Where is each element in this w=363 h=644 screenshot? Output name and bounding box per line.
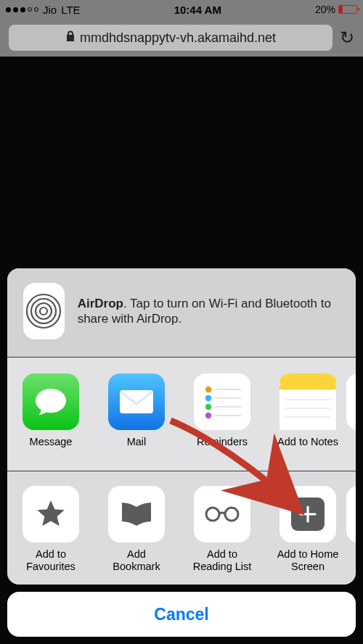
- airdrop-text: AirDrop. Tap to turn on Wi-Fi and Blueto…: [78, 296, 340, 327]
- plus-icon: [280, 486, 336, 542]
- svg-point-20: [206, 508, 219, 521]
- share-actions-row[interactable]: Add to Favourites Add Bookmark Add to Re…: [7, 471, 356, 585]
- svg-point-11: [205, 404, 211, 410]
- airdrop-icon: [23, 283, 65, 339]
- svg-point-21: [225, 508, 238, 521]
- action-label: Add to Reading List: [189, 548, 256, 573]
- action-label: Add to Home Screen: [274, 548, 341, 573]
- action-label: Add Bookmark: [103, 548, 170, 573]
- svg-point-0: [40, 307, 47, 315]
- svg-point-10: [205, 395, 211, 401]
- share-app-notes[interactable]: Add to Notes: [274, 373, 341, 461]
- glasses-icon: [194, 486, 250, 542]
- share-app-mail[interactable]: Mail: [103, 373, 170, 461]
- action-add-bookmark[interactable]: Add Bookmark: [103, 486, 170, 573]
- svg-point-9: [205, 387, 211, 392]
- message-icon: [23, 373, 79, 430]
- share-app-reminders[interactable]: Reminders: [189, 373, 256, 461]
- svg-rect-15: [280, 389, 336, 430]
- share-app-label: Add to Notes: [277, 436, 338, 461]
- share-app-label: Mail: [127, 436, 147, 461]
- share-sheet: AirDrop. Tap to turn on Wi-Fi and Blueto…: [0, 261, 363, 644]
- share-app-label: Reminders: [197, 436, 248, 461]
- cancel-button[interactable]: Cancel: [7, 592, 356, 637]
- star-icon: [23, 486, 79, 542]
- placeholder-icon: [346, 486, 356, 542]
- airdrop-row[interactable]: AirDrop. Tap to turn on Wi-Fi and Blueto…: [7, 268, 356, 357]
- mail-icon: [108, 373, 165, 430]
- share-app-label: [346, 436, 356, 461]
- reminders-icon: [194, 373, 250, 430]
- share-apps-row[interactable]: Message Mail Reminders: [7, 358, 356, 471]
- svg-point-1: [36, 303, 52, 319]
- svg-point-12: [205, 413, 211, 418]
- placeholder-icon: [346, 373, 356, 430]
- action-label: [346, 548, 356, 573]
- airdrop-title: AirDrop: [78, 297, 123, 310]
- share-app-label: Message: [30, 436, 73, 461]
- action-add-favourites[interactable]: Add to Favourites: [17, 486, 84, 573]
- action-reading-list[interactable]: Add to Reading List: [189, 486, 256, 573]
- svg-rect-14: [280, 385, 336, 389]
- action-label: Add to Favourites: [17, 548, 84, 573]
- svg-rect-4: [120, 390, 153, 413]
- cancel-label: Cancel: [154, 605, 208, 624]
- share-app-message[interactable]: Message: [17, 373, 84, 461]
- book-icon: [108, 486, 165, 542]
- notes-icon: [280, 373, 336, 430]
- action-home-screen[interactable]: Add to Home Screen: [274, 486, 341, 573]
